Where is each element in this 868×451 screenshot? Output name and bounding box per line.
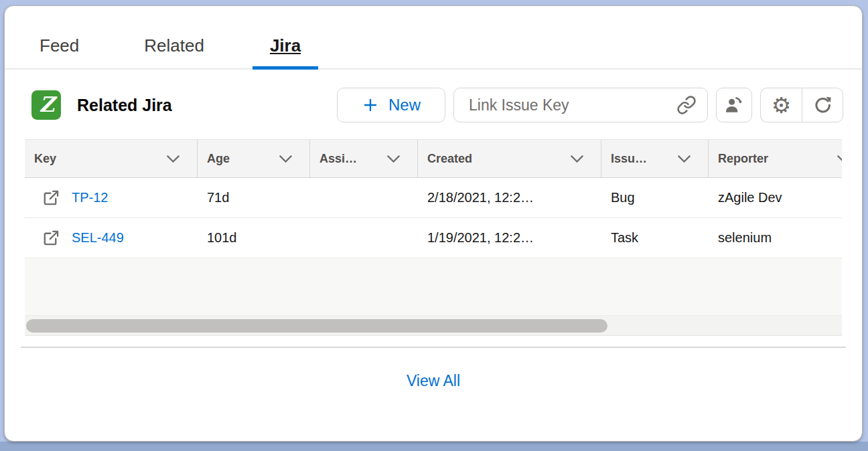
column-header-created[interactable]: Created	[418, 140, 601, 177]
chevron-down-icon[interactable]	[837, 155, 842, 163]
created-cell: 1/19/2021, 12:2…	[418, 230, 601, 246]
tab-related[interactable]: Related	[144, 35, 204, 68]
issue-key-link[interactable]: TP-12	[72, 190, 108, 205]
age-cell: 71d	[198, 190, 310, 205]
external-link-icon[interactable]	[42, 189, 60, 207]
panel-actions: New	[337, 88, 843, 122]
tab-feed[interactable]: Feed	[40, 35, 79, 68]
reporter-cell: zAgile Dev	[709, 190, 842, 205]
horizontal-scrollbar-track[interactable]	[25, 316, 842, 336]
zagile-logo-icon: Z	[31, 90, 61, 120]
chevron-down-icon[interactable]	[167, 155, 179, 163]
panel-header: Z Related Jira New	[5, 70, 862, 122]
horizontal-scrollbar-thumb[interactable]	[26, 319, 607, 333]
tab-jira[interactable]: Jira	[252, 35, 318, 68]
age-cell: 101d	[198, 230, 310, 246]
issue-type-cell: Task	[601, 230, 709, 246]
plus-icon	[362, 96, 379, 114]
created-cell: 2/18/2021, 12:2…	[418, 190, 601, 205]
column-header-issue-type[interactable]: Issu…	[601, 140, 709, 177]
key-cell: TP-12	[25, 189, 198, 207]
table-empty-area	[25, 258, 842, 316]
settings-button[interactable]: ⚙	[760, 88, 802, 122]
link-icon[interactable]	[676, 95, 697, 115]
column-label: Issu…	[611, 152, 647, 166]
column-header-assignee[interactable]: Assi…	[310, 140, 418, 177]
table-body: TP-12 71d 2/18/2021, 12:2… Bug zAgile De…	[25, 178, 842, 258]
new-button[interactable]: New	[337, 88, 445, 122]
key-cell: SEL-449	[25, 229, 198, 247]
link-issue-key-input[interactable]	[469, 96, 676, 114]
column-header-reporter[interactable]: Reporter	[709, 140, 842, 177]
chevron-down-icon[interactable]	[387, 155, 400, 163]
link-issue-field-wrap	[453, 88, 708, 122]
column-header-key[interactable]: Key	[25, 140, 198, 177]
view-all-link[interactable]: View All	[407, 372, 460, 389]
refresh-icon	[812, 94, 833, 116]
user-refresh-icon	[723, 94, 745, 116]
column-label: Key	[34, 152, 56, 166]
refresh-button[interactable]	[802, 88, 843, 122]
new-button-label: New	[388, 96, 421, 114]
column-label: Created	[427, 152, 472, 166]
settings-gear-icon: ⚙	[772, 94, 792, 116]
related-jira-card: Feed Related Jira Z Related Jira New	[4, 5, 863, 442]
column-label: Reporter	[718, 152, 768, 166]
external-link-icon[interactable]	[42, 229, 60, 247]
column-label: Age	[207, 152, 230, 166]
chevron-down-icon[interactable]	[571, 155, 583, 163]
column-label: Assi…	[319, 152, 357, 166]
jira-issues-table: Key Age Assi… Created Issu… Reporter	[25, 139, 842, 336]
reporter-cell: selenium	[709, 230, 842, 246]
chevron-down-icon[interactable]	[678, 155, 691, 163]
table-row: SEL-449 101d 1/19/2021, 12:2… Task selen…	[25, 218, 842, 258]
table-header-row: Key Age Assi… Created Issu… Reporter	[25, 140, 842, 178]
issue-key-link[interactable]: SEL-449	[72, 230, 124, 246]
settings-refresh-button-group: ⚙	[760, 88, 843, 122]
card-footer: View All	[5, 348, 862, 390]
column-header-age[interactable]: Age	[198, 140, 310, 177]
panel-title: Related Jira	[77, 96, 172, 115]
page-background-strip	[0, 442, 868, 451]
issue-type-cell: Bug	[601, 190, 709, 205]
user-sync-button[interactable]	[716, 88, 752, 122]
tab-bar: Feed Related Jira	[5, 6, 862, 70]
chevron-down-icon[interactable]	[279, 155, 292, 163]
table-row: TP-12 71d 2/18/2021, 12:2… Bug zAgile De…	[25, 178, 842, 218]
